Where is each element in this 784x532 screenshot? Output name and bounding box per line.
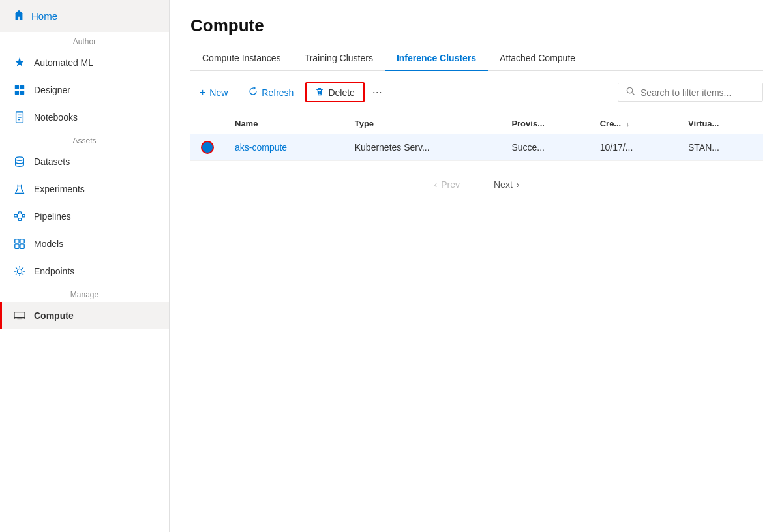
- svg-rect-10: [14, 214, 18, 217]
- next-button[interactable]: Next ›: [481, 174, 532, 195]
- svg-point-22: [17, 269, 22, 273]
- tab-inference-clusters[interactable]: Inference Clusters: [385, 46, 488, 71]
- datasets-icon: [13, 155, 26, 168]
- tab-training-clusters[interactable]: Training Clusters: [293, 46, 385, 71]
- sidebar-item-home[interactable]: Home: [0, 0, 169, 32]
- row-created: 10/17/...: [590, 134, 678, 161]
- row-checkbox[interactable]: [201, 141, 214, 154]
- ellipsis-icon: ···: [372, 85, 382, 99]
- sidebar-item-automated-ml[interactable]: Automated ML: [0, 49, 169, 76]
- row-name[interactable]: aks-compute: [224, 134, 344, 161]
- new-button[interactable]: + New: [190, 83, 237, 102]
- prev-button[interactable]: ‹ Prev: [421, 174, 473, 195]
- models-icon: [13, 237, 26, 250]
- svg-line-15: [17, 216, 18, 219]
- svg-rect-2: [15, 91, 19, 95]
- designer-icon: [13, 83, 26, 96]
- row-type: Kubernetes Serv...: [344, 134, 502, 161]
- svg-rect-1: [20, 85, 24, 89]
- toolbar: + New Refresh Delete ···: [190, 81, 763, 103]
- sidebar-item-designer[interactable]: Designer: [0, 76, 169, 104]
- col-header-virtual[interactable]: Virtua...: [678, 113, 763, 134]
- home-icon: [13, 9, 25, 23]
- tab-attached-compute[interactable]: Attached Compute: [488, 46, 587, 71]
- refresh-button[interactable]: Refresh: [239, 83, 303, 102]
- page-title: Compute: [190, 16, 763, 36]
- sidebar-item-models[interactable]: Models: [0, 230, 169, 258]
- row-provisioning: Succe...: [501, 134, 589, 161]
- pipelines-icon: [13, 210, 26, 223]
- svg-rect-11: [18, 212, 22, 214]
- plus-icon: +: [200, 87, 205, 98]
- assets-section-label: Assets: [0, 131, 169, 148]
- experiments-icon: [13, 183, 26, 196]
- author-section-label: Author: [0, 32, 169, 49]
- compute-icon: [13, 309, 26, 322]
- svg-rect-3: [20, 91, 24, 95]
- sidebar-item-notebooks[interactable]: Notebooks: [0, 104, 169, 131]
- svg-rect-12: [18, 218, 22, 221]
- tab-compute-instances[interactable]: Compute Instances: [190, 46, 293, 71]
- svg-rect-18: [15, 239, 19, 243]
- col-header-checkbox: [190, 113, 224, 134]
- more-options-button[interactable]: ···: [367, 81, 387, 103]
- sort-icon: ↓: [626, 120, 630, 128]
- pagination: ‹ Prev Next ›: [190, 174, 763, 195]
- main-content: Compute Compute Instances Training Clust…: [170, 0, 784, 532]
- chevron-right-icon: ›: [517, 179, 520, 190]
- manage-section-label: Manage: [0, 285, 169, 302]
- svg-rect-0: [15, 85, 19, 89]
- compute-table: Name Type Provis... Cre... ↓ Virtua... a…: [190, 113, 763, 161]
- col-header-type[interactable]: Type: [344, 113, 502, 134]
- search-icon: [626, 87, 635, 98]
- search-box[interactable]: [618, 83, 763, 102]
- svg-point-29: [627, 87, 632, 93]
- col-header-provisioning[interactable]: Provis...: [501, 113, 589, 134]
- sidebar: Home Author Automated ML Designer Notebo…: [0, 0, 170, 532]
- refresh-icon: [249, 87, 258, 98]
- sidebar-item-endpoints[interactable]: Endpoints: [0, 258, 169, 285]
- col-header-name[interactable]: Name: [224, 113, 344, 134]
- svg-rect-20: [15, 244, 19, 248]
- delete-icon: [315, 87, 324, 98]
- svg-rect-13: [23, 214, 25, 217]
- automated-ml-icon: [13, 56, 26, 69]
- svg-point-8: [16, 157, 24, 160]
- svg-rect-19: [20, 239, 24, 243]
- svg-rect-21: [20, 244, 24, 248]
- sidebar-item-datasets[interactable]: Datasets: [0, 148, 169, 175]
- endpoints-icon: [13, 265, 26, 278]
- svg-line-16: [22, 213, 23, 216]
- svg-line-30: [632, 93, 635, 95]
- row-virtual: STAN...: [678, 134, 763, 161]
- svg-line-14: [17, 213, 18, 216]
- svg-line-17: [22, 216, 23, 219]
- row-checkbox-cell[interactable]: [190, 134, 224, 161]
- sidebar-item-experiments[interactable]: Experiments: [0, 175, 169, 203]
- table-row[interactable]: aks-compute Kubernetes Serv... Succe... …: [190, 134, 763, 161]
- search-input[interactable]: [641, 87, 755, 98]
- sidebar-item-pipelines[interactable]: Pipelines: [0, 203, 169, 230]
- sidebar-item-compute[interactable]: Compute: [0, 302, 169, 329]
- col-header-created[interactable]: Cre... ↓: [590, 113, 678, 134]
- notebooks-icon: [13, 111, 26, 124]
- tabs-bar: Compute Instances Training Clusters Infe…: [190, 46, 763, 71]
- svg-rect-23: [14, 312, 25, 319]
- delete-button[interactable]: Delete: [305, 82, 364, 102]
- chevron-left-icon: ‹: [434, 179, 438, 190]
